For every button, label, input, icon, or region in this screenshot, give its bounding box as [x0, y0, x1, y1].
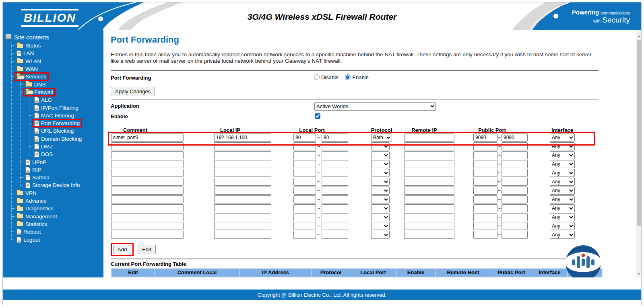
public-port-from-input[interactable]	[473, 204, 497, 212]
protocol-select[interactable]: Both	[371, 133, 392, 142]
comment-input[interactable]	[111, 231, 184, 239]
public-port-to-input[interactable]	[502, 231, 528, 239]
public-port-to-input[interactable]	[502, 187, 528, 195]
sidebar-item-alg[interactable]: ALG	[3, 96, 103, 104]
interface-select[interactable]: Any	[550, 213, 575, 221]
protocol-select[interactable]	[371, 204, 390, 212]
public-port-from-input[interactable]	[473, 195, 497, 203]
protocol-select[interactable]	[371, 187, 390, 195]
sidebar-item-samba[interactable]: Samba	[3, 174, 103, 181]
local-port-from-input[interactable]	[293, 204, 316, 212]
interface-select[interactable]: Any	[550, 142, 575, 150]
sidebar-item-dmz[interactable]: DMZ	[3, 143, 103, 150]
remote-ip-input[interactable]	[404, 195, 454, 203]
local-port-from-input[interactable]	[293, 187, 316, 195]
comment-input[interactable]	[111, 204, 184, 212]
enable-radio-option[interactable]: Enable	[345, 74, 368, 80]
public-port-from-input[interactable]	[473, 178, 497, 186]
scrollbar[interactable]: ▲ ▼	[636, 30, 642, 277]
remote-ip-input[interactable]	[404, 222, 454, 230]
local-port-to-input[interactable]	[322, 187, 348, 195]
local-port-from-input[interactable]	[293, 142, 316, 150]
local-port-to-input[interactable]	[322, 213, 348, 221]
interface-select[interactable]: Any	[550, 133, 575, 142]
local-port-from-input[interactable]	[293, 195, 316, 203]
sidebar-item-reboot[interactable]: Reboot	[3, 228, 103, 236]
public-port-to-input[interactable]	[502, 222, 528, 230]
interface-select[interactable]: Any	[550, 178, 575, 186]
public-port-from-input[interactable]	[473, 160, 497, 168]
local-ip-input[interactable]	[214, 204, 271, 212]
interface-select[interactable]: Any	[550, 231, 575, 239]
local-port-to-input[interactable]	[322, 160, 348, 168]
public-port-from-input[interactable]	[473, 142, 497, 150]
sidebar-item-ip-port-filtering[interactable]: IP/Port Filtering	[3, 104, 103, 111]
protocol-select[interactable]	[371, 195, 390, 203]
local-port-to-input[interactable]	[322, 204, 348, 212]
remote-ip-input[interactable]	[404, 133, 454, 142]
protocol-select[interactable]	[371, 160, 390, 168]
local-ip-input[interactable]	[214, 213, 271, 221]
protocol-select[interactable]	[371, 178, 390, 186]
public-port-from-input[interactable]	[473, 231, 497, 239]
protocol-select[interactable]	[371, 213, 390, 221]
public-port-from-input[interactable]	[473, 213, 497, 221]
interface-select[interactable]: Any	[550, 204, 575, 212]
public-port-from-input[interactable]	[473, 133, 497, 142]
sidebar-item-logout[interactable]: Logout	[3, 236, 103, 243]
remote-ip-input[interactable]	[404, 142, 454, 150]
remote-ip-input[interactable]	[404, 187, 454, 195]
sidebar-item-storage-device-info[interactable]: Storage Device Info	[3, 181, 103, 189]
enable-radio[interactable]	[345, 74, 351, 80]
local-port-to-input[interactable]	[322, 169, 348, 177]
interface-select[interactable]: Any	[550, 160, 575, 168]
interface-select[interactable]: Any	[550, 222, 575, 230]
sidebar-item-wan[interactable]: WAN	[3, 65, 103, 73]
local-port-from-input[interactable]	[293, 222, 316, 230]
comment-input[interactable]	[111, 142, 184, 150]
add-button[interactable]: Add	[113, 245, 131, 254]
protocol-select[interactable]	[371, 231, 390, 239]
sidebar-item-advance[interactable]: Advance	[3, 197, 103, 205]
sidebar-item-firewall[interactable]: Firewall	[3, 88, 103, 96]
public-port-to-input[interactable]	[502, 178, 528, 186]
local-port-to-input[interactable]	[322, 133, 348, 142]
local-ip-input[interactable]	[214, 222, 271, 230]
local-port-from-input[interactable]	[293, 133, 316, 142]
scrollbar-up-arrow[interactable]: ▲	[636, 33, 642, 39]
comment-input[interactable]	[111, 178, 184, 186]
remote-ip-input[interactable]	[404, 178, 454, 186]
protocol-select[interactable]	[371, 142, 390, 150]
sidebar-item-upnp[interactable]: UPnP	[3, 158, 103, 166]
public-port-from-input[interactable]	[473, 222, 497, 230]
disable-radio[interactable]	[314, 74, 320, 80]
apply-changes-button[interactable]: Apply Changes	[111, 87, 155, 96]
local-port-to-input[interactable]	[322, 151, 348, 159]
interface-select[interactable]: Any	[550, 169, 575, 177]
sidebar-item-domain-blocking[interactable]: Domain Blocking	[3, 135, 103, 143]
interface-select[interactable]: Any	[550, 195, 575, 203]
application-select[interactable]: Active Worlds	[314, 102, 436, 111]
remote-ip-input[interactable]	[404, 213, 454, 221]
edit-button[interactable]: Edit	[138, 245, 155, 254]
sidebar-item-port-forwarding[interactable]: Port Forwarding	[3, 119, 103, 127]
local-port-from-input[interactable]	[293, 169, 316, 177]
protocol-select[interactable]	[371, 222, 390, 230]
comment-input[interactable]	[111, 187, 184, 195]
sidebar-item-status[interactable]: Status	[3, 42, 103, 49]
local-port-from-input[interactable]	[293, 213, 316, 221]
remote-ip-input[interactable]	[404, 169, 454, 177]
sidebar-item-diagnostics[interactable]: Diagnostics	[3, 205, 103, 212]
remote-ip-input[interactable]	[404, 151, 454, 159]
public-port-to-input[interactable]	[502, 169, 528, 177]
local-port-to-input[interactable]	[322, 222, 348, 230]
local-port-from-input[interactable]	[293, 151, 316, 159]
sidebar-item-services[interactable]: Services	[3, 73, 103, 80]
sidebar-item-dns[interactable]: DNS	[3, 80, 103, 88]
local-ip-input[interactable]	[214, 231, 271, 239]
sidebar-item-vpn[interactable]: VPN	[3, 189, 103, 197]
local-ip-input[interactable]	[214, 142, 271, 150]
enable-checkbox[interactable]	[315, 113, 320, 119]
local-ip-input[interactable]	[214, 160, 271, 168]
remote-ip-input[interactable]	[404, 160, 454, 168]
